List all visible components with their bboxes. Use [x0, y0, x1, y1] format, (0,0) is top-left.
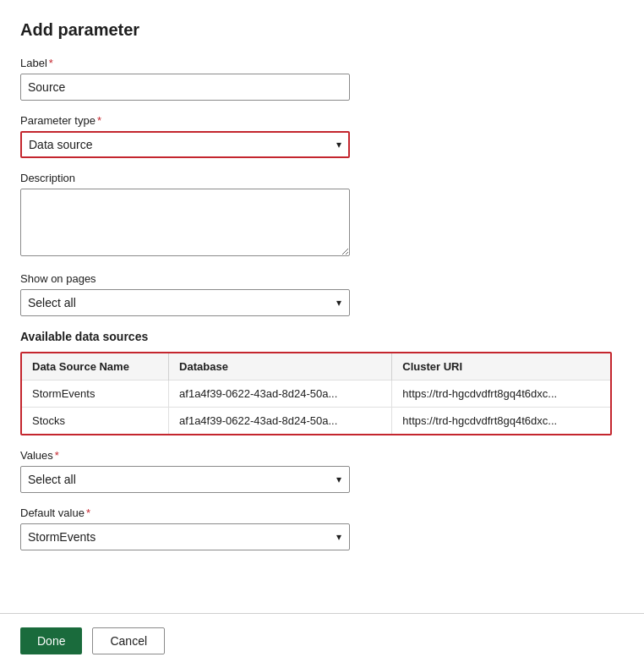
- show-on-pages-field-group: Show on pages Select all ▾: [20, 272, 624, 316]
- label-input[interactable]: [20, 74, 350, 101]
- done-button[interactable]: Done: [20, 627, 82, 654]
- table-head: Data Source Name Database Cluster URI: [22, 353, 610, 381]
- label-field-group: Label*: [20, 57, 624, 101]
- col-header-datasource: Data Source Name: [22, 353, 169, 381]
- cancel-button[interactable]: Cancel: [92, 627, 165, 654]
- table-body: StormEvents af1a4f39-0622-43ad-8d24-50a.…: [22, 381, 610, 435]
- row-0-datasource-name: StormEvents: [22, 381, 169, 408]
- page-container: Add parameter Label* Parameter type* Dat…: [0, 0, 644, 632]
- values-required-star: *: [55, 449, 59, 462]
- default-value-required-star: *: [86, 506, 90, 519]
- parameter-type-required-star: *: [97, 114, 101, 127]
- show-on-pages-label: Show on pages: [20, 272, 624, 285]
- data-table: Data Source Name Database Cluster URI St…: [22, 353, 610, 434]
- parameter-type-field-group: Parameter type* Data source Text Number …: [20, 114, 624, 158]
- col-header-cluster: Cluster URI: [392, 353, 610, 381]
- default-value-select[interactable]: StormEvents Stocks: [20, 523, 350, 550]
- description-textarea[interactable]: [20, 189, 350, 256]
- available-data-sources-group: Available data sources Data Source Name …: [20, 330, 624, 435]
- show-on-pages-select[interactable]: Select all: [20, 289, 350, 316]
- data-table-container: Data Source Name Database Cluster URI St…: [20, 352, 612, 435]
- row-1-cluster-uri: https://trd-hgcdvdfrt8gq4t6dxc...: [392, 408, 610, 435]
- table-header-row: Data Source Name Database Cluster URI: [22, 353, 610, 381]
- row-1-database: af1a4f39-0622-43ad-8d24-50a...: [169, 408, 392, 435]
- values-select-wrapper: Select all ▾: [20, 466, 350, 493]
- values-select[interactable]: Select all: [20, 466, 350, 493]
- label-field-label: Label*: [20, 57, 624, 69]
- label-required-star: *: [49, 57, 53, 69]
- parameter-type-select-wrapper: Data source Text Number Date ▾: [20, 131, 350, 158]
- table-row[interactable]: StormEvents af1a4f39-0622-43ad-8d24-50a.…: [22, 381, 610, 408]
- default-value-field-group: Default value* StormEvents Stocks ▾: [20, 506, 624, 550]
- show-on-pages-select-wrapper: Select all ▾: [20, 289, 350, 316]
- parameter-type-label: Parameter type*: [20, 114, 624, 127]
- page-title: Add parameter: [20, 20, 624, 40]
- footer: Done Cancel: [0, 613, 644, 668]
- parameter-type-select[interactable]: Data source Text Number Date: [20, 131, 350, 158]
- values-field-group: Values* Select all ▾: [20, 449, 624, 493]
- row-1-datasource-name: Stocks: [22, 408, 169, 435]
- table-row[interactable]: Stocks af1a4f39-0622-43ad-8d24-50a... ht…: [22, 408, 610, 435]
- row-0-database: af1a4f39-0622-43ad-8d24-50a...: [169, 381, 392, 408]
- values-label: Values*: [20, 449, 624, 462]
- default-value-label: Default value*: [20, 506, 624, 519]
- description-field-group: Description: [20, 172, 624, 259]
- description-label: Description: [20, 172, 624, 184]
- row-0-cluster-uri: https://trd-hgcdvdfrt8gq4t6dxc...: [392, 381, 610, 408]
- col-header-database: Database: [169, 353, 392, 381]
- default-value-select-wrapper: StormEvents Stocks ▾: [20, 523, 350, 550]
- available-data-sources-title: Available data sources: [20, 330, 624, 343]
